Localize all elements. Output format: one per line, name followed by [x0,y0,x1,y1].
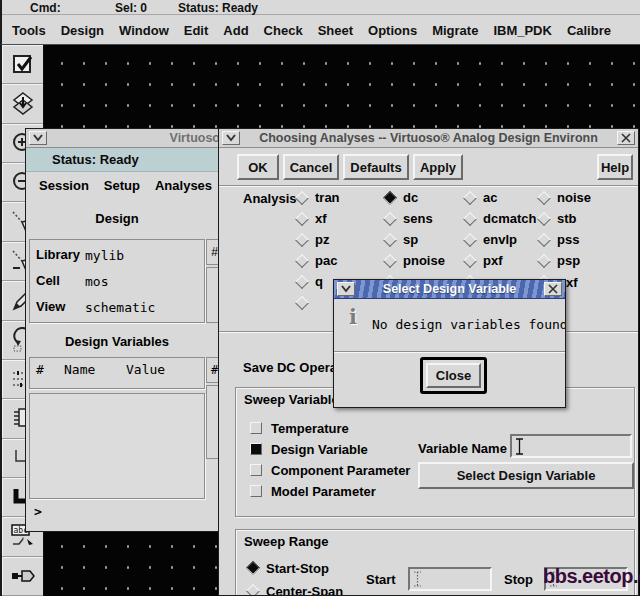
text-cursor-icon [515,438,524,455]
help-button[interactable]: Help [597,154,633,180]
analysis-option-sp[interactable]: sp [385,229,465,250]
defaults-button[interactable]: Defaults [343,154,409,180]
range-type-center-span[interactable]: Center-Span [248,583,343,596]
menu-edit[interactable]: Edit [184,23,209,38]
ade-titlebar[interactable]: Virtuoso [26,129,220,148]
descend-icon [10,91,36,117]
analysis-option-pxf[interactable]: pxf [465,250,539,271]
checkbox-icon [250,422,262,434]
menu-migrate[interactable]: Migrate [432,23,478,38]
analysis-label: Analysis [243,191,296,206]
menu-design[interactable]: Design [61,23,104,38]
start-label: Start [366,572,396,587]
radio-diamond-icon [295,190,309,204]
analysis-option-pnoise[interactable]: pnoise [385,250,465,271]
analysis-option-sens[interactable]: sens [385,208,465,229]
analysis-option-label: pac [315,253,337,268]
ade-window: Virtuoso Status: Ready SessionSetupAnaly… [25,128,221,532]
analysis-option-pz[interactable]: pz [297,229,385,250]
choosing-close-button[interactable] [617,131,635,145]
cancel-button[interactable]: Cancel [283,154,339,180]
analysis-option-label: sens [403,211,433,226]
design-info-box: LibrarymylibCellmosViewschematic [29,239,205,323]
sweep-option-model-parameter[interactable]: Model Parameter [250,483,376,499]
stop-label: Stop [504,572,533,587]
analysis-option-stb[interactable]: stb [539,208,625,229]
radio-diamond-icon [537,253,551,267]
chevron-down-icon [225,134,237,142]
field-cell: Cellmos [30,273,204,299]
analysis-option-label: dc [403,190,418,205]
apply-button[interactable]: Apply [413,154,463,180]
radio-diamond-icon [246,584,260,596]
analysis-option-dc[interactable]: dc [385,187,465,208]
radio-label: Center-Span [266,584,343,596]
choosing-window-title: Choosing Analyses -- Virtuoso® Analog De… [243,131,614,145]
dialog-titlebar[interactable]: Select Design Variable [334,280,565,299]
select-design-variable-button[interactable]: Select Design Variable [418,462,634,489]
dialog-close-button[interactable] [544,282,562,296]
descend-tool[interactable] [2,84,43,123]
menu-window[interactable]: Window [119,23,169,38]
analysis-option-noise[interactable]: noise [539,187,625,208]
sweep-option-temperature[interactable]: Temperature [250,420,349,436]
select-check-tool[interactable] [2,45,43,84]
checkbox-icon [250,443,262,455]
field-value: mylib [85,248,124,263]
analysis-option-label: xf [315,211,327,226]
sweep-option-design-variable[interactable]: Design Variable [250,441,368,457]
dialog-message: No design variables found [372,317,566,332]
menu-ibm-pdk[interactable]: IBM_PDK [493,23,552,38]
analysis-option-pss[interactable]: pss [539,229,625,250]
analysis-option-psp[interactable]: psp [539,250,625,271]
ok-button[interactable]: OK [237,154,279,180]
ade-status-bar: Status: Ready [26,148,220,172]
pin-tool[interactable] [2,557,43,596]
analysis-option-label: psp [557,253,580,268]
range-type-start-stop[interactable]: Start-Stop [248,560,329,576]
command-prompt: > [34,504,42,519]
analysis-option-label: pnoise [403,253,445,268]
menu-tools[interactable]: Tools [12,23,46,38]
field-library: Librarymylib [30,247,204,273]
radio-label: Start-Stop [266,561,329,576]
analysis-option-pac[interactable]: pac [297,250,385,271]
select-design-variable-dialog: Select Design Variable No design variabl… [333,279,566,408]
radio-diamond-icon [295,274,309,288]
menu-calibre[interactable]: Calibre [567,23,611,38]
close-icon [621,133,631,143]
analysis-option-tran[interactable]: tran [297,187,385,208]
analysis-option-xf[interactable]: xf [297,208,385,229]
analysis-option-label: sp [403,232,418,247]
radio-diamond-icon [295,295,309,309]
dialog-title: Select Design Variable [358,282,541,296]
menu-add[interactable]: Add [223,23,248,38]
dialog-collapse-button[interactable] [337,282,355,296]
design-section-header: Design [26,211,208,226]
menu-options[interactable]: Options [368,23,417,38]
column-name: Name [64,362,95,377]
radio-diamond-icon [537,232,551,246]
sweep-option-component-parameter[interactable]: Component Parameter [250,462,410,478]
choosing-collapse-button[interactable] [222,131,240,145]
analysis-option-envlp[interactable]: envlp [465,229,539,250]
variable-name-input[interactable] [510,434,632,458]
variables-table-header: # Name Value [29,357,205,389]
ade-menu-session[interactable]: Session [39,178,89,193]
start-input[interactable] [408,567,492,591]
default-button-ring: Close [420,357,487,394]
menu-sheet[interactable]: Sheet [318,23,353,38]
analysis-option-ac[interactable]: ac [465,187,539,208]
close-button[interactable]: Close [426,363,481,388]
ade-menu-analyses[interactable]: Analyses [155,178,212,193]
menu-bar: ToolsDesignWindowEditAddCheckSheetOption… [12,16,611,44]
ade-collapse-button[interactable] [29,131,47,145]
analysis-option-dcmatch[interactable]: dcmatch [465,208,539,229]
chevron-down-icon [340,285,352,293]
analysis-option-label: noise [557,190,591,205]
choosing-titlebar[interactable]: Choosing Analyses -- Virtuoso® Analog De… [219,129,638,148]
variables-list[interactable] [29,393,205,499]
ade-menu-setup[interactable]: Setup [104,178,140,193]
sweep-range-title: Sweep Range [244,534,329,549]
menu-check[interactable]: Check [264,23,303,38]
